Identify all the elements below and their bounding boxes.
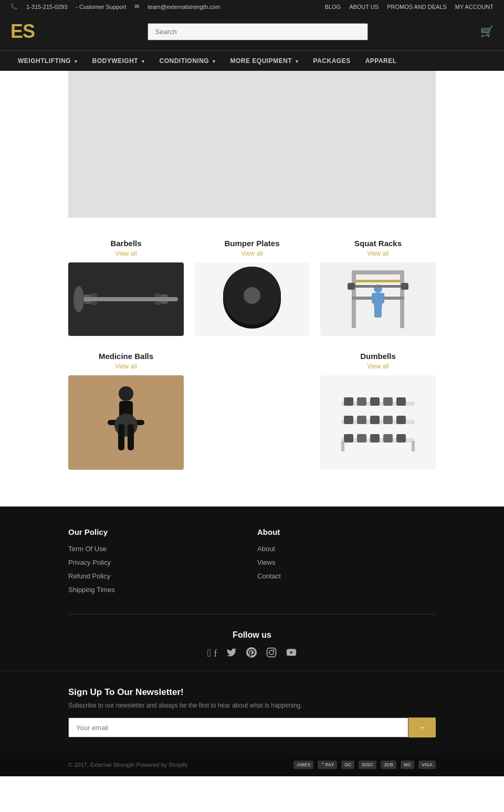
svg-rect-14 bbox=[356, 280, 400, 282]
view-all-dumbbell[interactable]: View all bbox=[320, 363, 436, 370]
product-card-dumbbell: Dumbells View all bbox=[320, 352, 436, 470]
product-title-bumper: Bumper Plates bbox=[194, 239, 310, 248]
pinterest-icon[interactable] bbox=[246, 647, 257, 660]
search-input[interactable] bbox=[148, 23, 368, 40]
view-all-barbells[interactable]: View all bbox=[68, 250, 184, 257]
products-section: Barbells View all Bumper Plates View all bbox=[0, 218, 504, 507]
instagram-icon[interactable] bbox=[266, 647, 277, 660]
search-bar bbox=[148, 23, 368, 40]
svg-point-24 bbox=[119, 386, 133, 401]
product-image-medicine bbox=[68, 375, 184, 470]
email-link[interactable]: team@externalstrength.com bbox=[148, 4, 220, 10]
svg-point-9 bbox=[244, 287, 260, 304]
svg-rect-45 bbox=[357, 434, 366, 442]
svg-rect-44 bbox=[344, 434, 353, 442]
top-bar: 📞 1-315-215-0293 - Customer Support ✉ te… bbox=[0, 0, 504, 13]
footer-views-link[interactable]: Views bbox=[257, 558, 275, 566]
phone-label: - Customer Support bbox=[76, 4, 126, 10]
svg-rect-41 bbox=[383, 416, 393, 424]
newsletter-email-input[interactable] bbox=[68, 718, 408, 737]
footer-refund-policy[interactable]: Refund Policy bbox=[68, 572, 110, 580]
svg-rect-51 bbox=[267, 648, 276, 657]
nav-apparel[interactable]: APPAREL bbox=[358, 51, 404, 71]
nav-weightlifting[interactable]: WEIGHTLIFTING ▾ bbox=[10, 51, 85, 71]
my-account-link[interactable]: MY ACCOUNT bbox=[455, 4, 494, 10]
product-title-medicine: Medicine Balls bbox=[68, 352, 184, 361]
twitter-icon[interactable] bbox=[226, 647, 237, 660]
cart-icon[interactable]: 🛒 bbox=[480, 25, 494, 38]
product-title-barbells: Barbells bbox=[68, 239, 184, 248]
footer-privacy-policy[interactable]: Privacy Policy bbox=[68, 558, 111, 566]
bottom-bar: © 2017, External Strength Powered by Sho… bbox=[0, 753, 504, 776]
newsletter-section: Sign Up To Our Newsletter! Subscribe to … bbox=[0, 671, 504, 753]
nav-bodyweight[interactable]: BODYWEIGHT ▾ bbox=[85, 51, 152, 71]
product-card-squat: Squat Racks View all bbox=[320, 239, 436, 336]
svg-rect-36 bbox=[396, 397, 406, 406]
product-image-barbells bbox=[68, 262, 184, 336]
visa-icon: VISA bbox=[418, 761, 436, 769]
payment-icons: AMEX ⌃Pay DC DISC JCB MC VISA bbox=[293, 761, 436, 769]
youtube-icon[interactable] bbox=[286, 647, 297, 660]
view-all-squat[interactable]: View all bbox=[320, 250, 436, 257]
view-all-bumper[interactable]: View all bbox=[194, 250, 310, 257]
about-us-link[interactable]: ABOUT US bbox=[349, 4, 379, 10]
chevron-down-icon: ▾ bbox=[213, 59, 216, 64]
svg-rect-42 bbox=[396, 416, 406, 424]
facebook-icon[interactable]:  f bbox=[207, 647, 217, 660]
product-card-empty bbox=[194, 352, 310, 470]
chevron-down-icon: ▾ bbox=[296, 59, 299, 64]
footer-col-policy: Our Policy Term Of Use Privacy Policy Re… bbox=[68, 528, 247, 598]
nav-more-equipment[interactable]: MORE EQUIPMENT ▾ bbox=[223, 51, 306, 71]
product-card-barbells: Barbells View all bbox=[68, 239, 184, 336]
svg-rect-34 bbox=[370, 397, 380, 406]
svg-rect-22 bbox=[348, 283, 355, 290]
svg-rect-20 bbox=[377, 306, 382, 318]
svg-point-53 bbox=[274, 649, 275, 651]
svg-rect-48 bbox=[396, 434, 406, 442]
svg-point-28 bbox=[114, 414, 138, 437]
promos-link[interactable]: PROMOS AND DEALS bbox=[387, 4, 447, 10]
footer-col-about: About About Views Contact bbox=[257, 528, 436, 598]
svg-rect-49 bbox=[341, 441, 344, 451]
blog-link[interactable]: BLOG bbox=[325, 4, 341, 10]
phone-icon: 📞 bbox=[10, 3, 18, 10]
follow-section: Follow us  f bbox=[68, 614, 436, 671]
svg-rect-3 bbox=[91, 293, 97, 305]
nav-conditioning[interactable]: CONDITIONING ▾ bbox=[152, 51, 223, 71]
footer-term-of-use[interactable]: Term Of Use bbox=[68, 545, 107, 553]
email-icon: ✉ bbox=[134, 3, 139, 10]
product-grid-bottom: Medicine Balls View all bbox=[68, 352, 436, 470]
social-icons:  f bbox=[68, 647, 436, 660]
nav-packages[interactable]: PACKAGES bbox=[306, 51, 358, 71]
footer-cols: Our Policy Term Of Use Privacy Policy Re… bbox=[68, 528, 436, 614]
newsletter-submit-button[interactable]: → bbox=[408, 718, 436, 737]
footer-contact-link[interactable]: Contact bbox=[257, 572, 281, 580]
svg-rect-40 bbox=[370, 416, 380, 424]
chevron-down-icon: ▾ bbox=[142, 59, 145, 64]
top-bar-left: 📞 1-315-215-0293 - Customer Support ✉ te… bbox=[10, 3, 220, 10]
newsletter-subtitle: Subscribe to our newsletter and always b… bbox=[68, 702, 436, 709]
product-image-dumbbell bbox=[320, 375, 436, 470]
svg-rect-46 bbox=[370, 434, 380, 442]
jcb-icon: JCB bbox=[381, 761, 396, 769]
newsletter-form: → bbox=[68, 718, 436, 737]
svg-point-52 bbox=[269, 650, 274, 655]
svg-rect-21 bbox=[349, 285, 407, 288]
header: ES 🛒 bbox=[0, 13, 504, 50]
svg-rect-4 bbox=[155, 293, 161, 305]
copyright: © 2017, External Strength Powered by Sho… bbox=[68, 762, 188, 768]
applepay-icon: ⌃Pay bbox=[318, 761, 337, 769]
product-card-medicine: Medicine Balls View all bbox=[68, 352, 184, 470]
logo[interactable]: ES bbox=[10, 20, 35, 43]
product-grid-top: Barbells View all Bumper Plates View all bbox=[68, 239, 436, 336]
discover-icon: DISC bbox=[359, 761, 376, 769]
diners-icon: DC bbox=[341, 761, 354, 769]
view-all-medicine[interactable]: View all bbox=[68, 363, 184, 370]
phone-number: 1-315-215-0293 bbox=[26, 4, 67, 10]
svg-rect-17 bbox=[372, 293, 377, 303]
footer-shipping-times[interactable]: Shipping Times bbox=[68, 586, 115, 594]
follow-title: Follow us bbox=[68, 630, 436, 640]
footer-policy-title: Our Policy bbox=[68, 528, 247, 536]
footer-about-link[interactable]: About bbox=[257, 545, 275, 553]
svg-rect-33 bbox=[357, 397, 366, 406]
